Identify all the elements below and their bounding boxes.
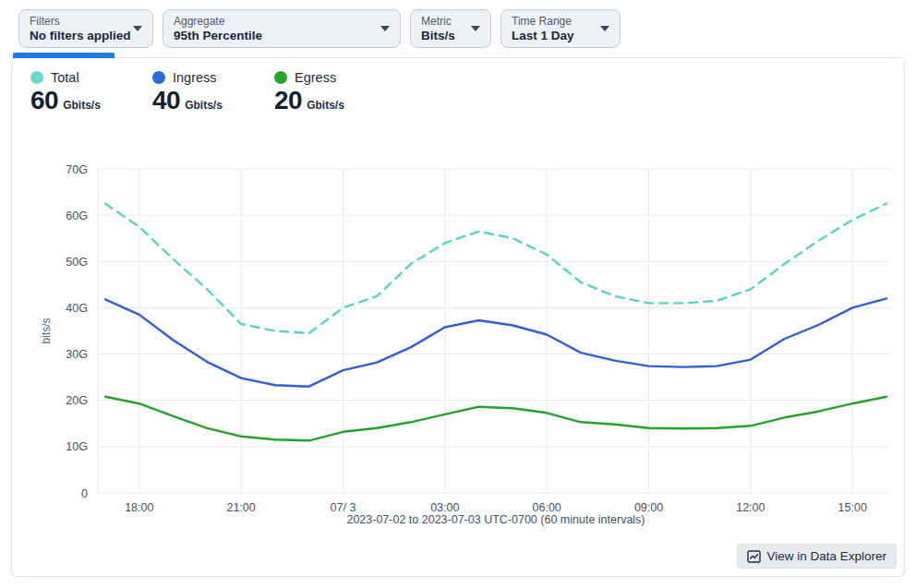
aggregate-dropdown[interactable]: Aggregate 95th Percentile (163, 9, 401, 48)
view-in-data-explorer-label: View in Data Explorer (766, 549, 886, 563)
egress-95th-value: 20 (274, 86, 302, 115)
x-tick-label: 12:00 (736, 501, 765, 514)
x-tick-label: 18:00 (125, 501, 153, 514)
x-tick-label: 06:00 (533, 501, 561, 514)
y-tick-label: 10G (66, 440, 88, 453)
x-axis-title: 2023-07-02 to 2023-07-03 UTC-0700 (60 mi… (346, 513, 645, 526)
ingress-95th-value: 40 (152, 86, 180, 115)
filters-dropdown[interactable]: Filters No filters applied (18, 9, 153, 48)
x-tick-label: 15:00 (838, 501, 867, 514)
traffic-timeseries-chart[interactable]: 010G20G30G40G50G60G70G18:0021:0007/ 303:… (25, 150, 911, 531)
chevron-down-icon (133, 26, 142, 31)
chevron-down-icon (380, 26, 390, 31)
legend-item-total[interactable]: Total 60 Gbits/s (30, 70, 112, 115)
y-tick-label: 60G (66, 210, 88, 222)
dropdown-value: Bits/s (421, 29, 455, 43)
metric-dropdown-text: Metric Bits/s (421, 15, 455, 43)
ingress-color-dot-icon (152, 71, 165, 84)
legend-series-name: Total (51, 70, 79, 85)
y-axis-title: bits/s (40, 318, 53, 343)
x-tick-label: 09:00 (634, 501, 663, 514)
y-tick-label: 20G (66, 394, 88, 407)
chevron-down-icon (600, 26, 609, 31)
ingress-95th-unit: Gbits/s (185, 99, 223, 112)
y-tick-label: 30G (66, 348, 88, 361)
toolbar: Filters No filters applied Aggregate 95t… (18, 9, 621, 48)
x-tick-label: 07/ 3 (331, 501, 356, 514)
total-color-dot-icon (30, 71, 43, 84)
legend-item-ingress[interactable]: Ingress 40 Gbits/s (152, 70, 234, 115)
dropdown-value: 95th Percentile (174, 29, 262, 43)
dropdown-label: Filters (30, 15, 131, 29)
dropdown-label: Metric (421, 15, 455, 29)
y-tick-label: 0 (81, 487, 88, 500)
legend-item-egress[interactable]: Egress 20 Gbits/s (274, 70, 356, 115)
chart-canvas[interactable]: 010G20G30G40G50G60G70G18:0021:0007/ 303:… (25, 150, 911, 531)
line-chart-icon (747, 550, 761, 563)
time-range-dropdown-text: Time Range Last 1 Day (512, 15, 574, 43)
series-total-line (105, 204, 886, 333)
legend-series-name: Egress (295, 70, 336, 85)
time-range-dropdown[interactable]: Time Range Last 1 Day (500, 9, 621, 48)
y-tick-label: 70G (66, 163, 88, 176)
egress-95th-unit: Gbits/s (307, 99, 344, 112)
dropdown-value: Last 1 Day (512, 29, 574, 43)
x-tick-label: 03:00 (430, 501, 459, 514)
metric-dropdown[interactable]: Metric Bits/s (410, 9, 491, 48)
x-tick-label: 21:00 (226, 501, 255, 514)
chart-panel: Total 60 Gbits/s Ingress 40 Gbits/s Egre… (11, 57, 905, 577)
active-tab-indicator (13, 53, 114, 58)
y-tick-label: 50G (66, 256, 88, 269)
chart-legend: Total 60 Gbits/s Ingress 40 Gbits/s Egre… (30, 70, 356, 115)
dropdown-label: Aggregate (174, 15, 262, 29)
legend-series-name: Ingress (173, 70, 217, 85)
egress-color-dot-icon (274, 71, 287, 84)
chevron-down-icon (471, 26, 480, 31)
series-egress-line (105, 397, 886, 441)
series-ingress-line (105, 298, 886, 386)
total-95th-unit: Gbits/s (63, 99, 101, 112)
dropdown-label: Time Range (512, 15, 574, 29)
view-in-data-explorer-button[interactable]: View in Data Explorer (737, 544, 897, 569)
dropdown-value: No filters applied (30, 29, 131, 43)
filters-dropdown-text: Filters No filters applied (30, 15, 131, 43)
y-tick-label: 40G (66, 302, 88, 315)
aggregate-dropdown-text: Aggregate 95th Percentile (174, 15, 262, 43)
total-95th-value: 60 (30, 86, 58, 115)
